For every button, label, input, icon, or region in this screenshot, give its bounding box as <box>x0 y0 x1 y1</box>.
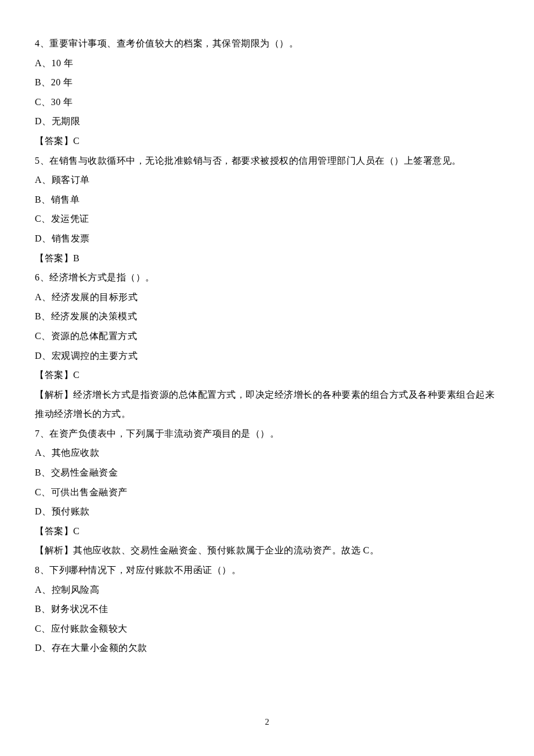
page-number: 2 <box>0 713 534 730</box>
question-answer: 【答案】C <box>35 365 499 385</box>
question-stem: 4、重要审计事项、查考价值较大的档案，其保管期限为（）。 <box>35 34 499 53</box>
question-option: B、经济发展的决策模式 <box>35 307 499 326</box>
question-option: C、应付账款金额较大 <box>35 619 499 639</box>
question-explain: 【解析】其他应收款、交易性金融资金、预付账款属于企业的流动资产。故选 C。 <box>35 541 499 560</box>
question-option: A、经济发展的目标形式 <box>35 287 499 307</box>
question-option: D、销售发票 <box>35 229 499 249</box>
question-option: B、财务状况不佳 <box>35 599 499 619</box>
question-option: C、资源的总体配置方式 <box>35 326 499 346</box>
question-stem: 5、在销售与收款循环中，无论批准赊销与否，都要求被授权的信用管理部门人员在（）上… <box>35 151 499 171</box>
question-stem: 6、经济增长方式是指（）。 <box>35 268 499 287</box>
question-option: C、发运凭证 <box>35 209 499 229</box>
question-option: A、10 年 <box>35 53 499 73</box>
question-option: C、可供出售金融资产 <box>35 483 499 502</box>
question-stem: 8、下列哪种情况下，对应付账款不用函证（）。 <box>35 560 499 580</box>
question-option: D、宏观调控的主要方式 <box>35 346 499 366</box>
question-option: A、其他应收款 <box>35 443 499 463</box>
question-option: B、销售单 <box>35 190 499 210</box>
question-stem: 7、在资产负债表中，下列属于非流动资产项目的是（）。 <box>35 424 499 444</box>
question-option: D、存在大量小金额的欠款 <box>35 638 499 658</box>
question-option: D、无期限 <box>35 111 499 131</box>
question-explain: 【解析】经济增长方式是指资源的总体配置方式，即决定经济增长的各种要素的组合方式及… <box>35 385 499 424</box>
question-option: D、预付账款 <box>35 502 499 521</box>
question-option: B、交易性金融资金 <box>35 463 499 483</box>
question-answer: 【答案】C <box>35 521 499 541</box>
question-option: B、20 年 <box>35 73 499 92</box>
question-option: C、30 年 <box>35 92 499 112</box>
question-answer: 【答案】B <box>35 249 499 268</box>
question-option: A、顾客订单 <box>35 170 499 190</box>
question-option: A、控制风险高 <box>35 580 499 600</box>
question-answer: 【答案】C <box>35 131 499 151</box>
